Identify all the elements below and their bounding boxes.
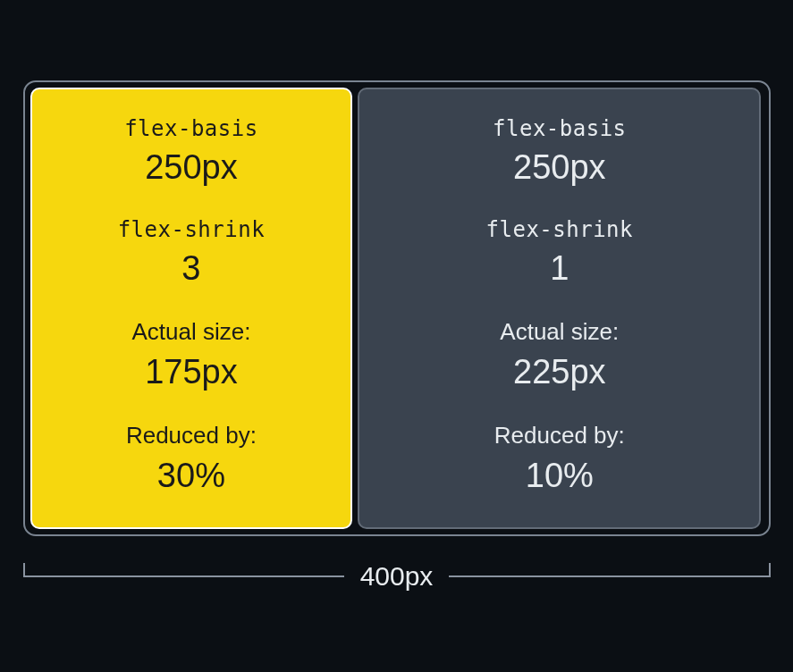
flex-container: flex-basis 250px flex-shrink 3 Actual si… <box>23 80 771 536</box>
shrink-value: 1 <box>368 249 750 288</box>
width-dimension-bracket: 400px <box>23 561 771 592</box>
reduced-value: 30% <box>41 457 342 495</box>
flex-item-left: flex-basis 250px flex-shrink 3 Actual si… <box>30 88 353 529</box>
actual-value: 225px <box>368 353 750 391</box>
shrink-value: 3 <box>41 249 342 288</box>
bracket-line-left <box>23 575 344 577</box>
reduced-label: Reduced by: <box>41 422 342 449</box>
basis-value: 250px <box>41 148 342 187</box>
basis-label: flex-basis <box>41 116 342 141</box>
actual-value: 175px <box>41 353 342 391</box>
basis-label: flex-basis <box>368 116 750 141</box>
bracket-line-right <box>449 575 770 577</box>
shrink-label: flex-shrink <box>41 217 342 242</box>
flex-item-right: flex-basis 250px flex-shrink 1 Actual si… <box>358 88 761 529</box>
reduced-label: Reduced by: <box>368 422 750 449</box>
container-width-label: 400px <box>344 561 450 592</box>
actual-label: Actual size: <box>368 318 750 346</box>
shrink-label: flex-shrink <box>368 217 750 242</box>
basis-value: 250px <box>368 148 750 187</box>
actual-label: Actual size: <box>41 318 342 346</box>
reduced-value: 10% <box>368 457 750 495</box>
